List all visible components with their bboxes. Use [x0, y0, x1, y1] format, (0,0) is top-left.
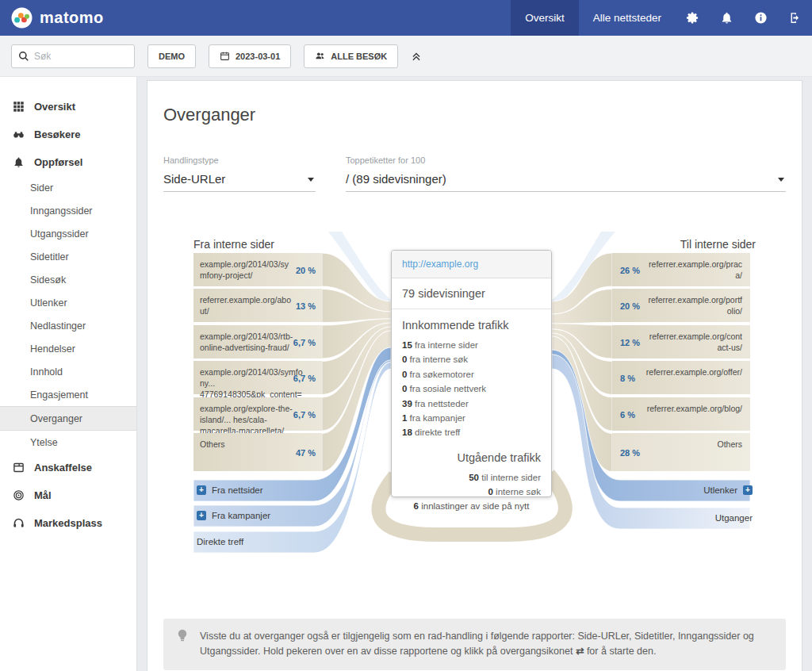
lightbulb-icon — [177, 629, 188, 648]
sidebar-item-sidesok[interactable]: Sidesøk — [0, 268, 136, 291]
transition-target-row[interactable]: referrer.example.org/praca/26 % — [612, 253, 750, 286]
nav-item-alle-nettsteder[interactable]: Alle nettsteder — [579, 0, 676, 36]
sidebar-item-nedlastinger[interactable]: Nedlastinger — [0, 314, 136, 337]
band-fra-nettsider[interactable]: + Fra nettsider — [197, 485, 263, 495]
transitions-icon: ⇄ — [576, 646, 584, 657]
info-icon[interactable] — [744, 0, 778, 36]
transition-target-row[interactable]: referrer.example.org/contact-us/12 % — [612, 325, 750, 359]
target-pct: 8 % — [620, 373, 635, 385]
sidebar-item-inngangssider[interactable]: Inngangssider — [0, 199, 136, 222]
sidebar-item-ytelse[interactable]: Ytelse — [0, 431, 136, 454]
transition-source-row-others[interactable]: Others47 % — [193, 433, 322, 471]
sidebar-label: Oppførsel — [34, 156, 82, 168]
site-selector-label: DEMO — [159, 52, 185, 61]
sidebar-label: Utlenker — [30, 297, 67, 309]
transition-target-row[interactable]: referrer.example.org/offer/8 % — [612, 361, 750, 394]
sidebar-label: Besøkere — [34, 128, 81, 140]
signout-icon[interactable] — [778, 0, 812, 36]
sidebar-item-sidetitler[interactable]: Sidetitler — [0, 245, 136, 268]
matomo-logo[interactable]: matomo — [0, 0, 104, 36]
source-label: Others — [200, 439, 225, 449]
action-type-select[interactable]: Handlingstype Side-URLer — [163, 155, 316, 192]
pageviews-count: 79 sidevisninger — [392, 278, 551, 309]
band-direkte-treff: Direkte treff — [197, 537, 243, 546]
outgoing-row: 0 interne søk — [402, 485, 541, 497]
sidebar-item-oppforsel[interactable]: Oppførsel — [0, 148, 136, 176]
sidebar-item-hendelser[interactable]: Hendelser — [0, 337, 136, 360]
band-fra-kampanjer[interactable]: + Fra kampanjer — [197, 511, 270, 520]
target-label: referrer.example.org/praca/ — [649, 259, 742, 280]
source-label: example.org/2014/03/symfony-project/ — [200, 259, 293, 281]
content-card: Overganger Handlingstype Side-URLer Topp… — [147, 80, 802, 671]
band-label-text: Fra kampanjer — [212, 511, 270, 520]
binoculars-icon — [13, 128, 25, 140]
incoming-row: 0 fra interne søk — [402, 352, 541, 366]
sidebar-item-utgangssider[interactable]: Utgangssider — [0, 222, 136, 245]
incoming-row: 15 fra interne sider — [402, 338, 541, 352]
target-pct: 6 % — [620, 409, 635, 421]
outgoing-traffic-title: Utgående trafikk — [402, 451, 541, 464]
source-label: example.org/explore-the-island/... hes/c… — [200, 403, 303, 437]
transition-target-row[interactable]: referrer.example.org/blog/6 % — [612, 397, 750, 431]
tip-text: Visste du at overganger også er tilgjeng… — [200, 631, 754, 657]
sidebar-item-sider[interactable]: Sider — [0, 176, 136, 199]
bell-icon[interactable] — [710, 0, 744, 36]
sidebar-item-overganger[interactable]: Overganger — [0, 406, 136, 431]
matomo-logo-icon — [11, 7, 33, 29]
sidebar-item-utlenker[interactable]: Utlenker — [0, 291, 136, 314]
top-label-value[interactable]: / (89 sidevisninger) — [346, 165, 786, 192]
sidebar-label: Hendelser — [30, 343, 75, 355]
tip-box: Visste du at overganger også er tilgjeng… — [163, 619, 786, 670]
band-utlenker[interactable]: Utlenker + — [703, 485, 753, 495]
collapse-chevrons-icon[interactable] — [411, 51, 422, 62]
transition-source-row[interactable]: example.org/2014/03/rtb-online-advertisi… — [193, 325, 322, 359]
transition-source-row[interactable]: example.org/2014/03/symfony... 477691483… — [193, 361, 322, 394]
target-label: referrer.example.org/blog/ — [647, 404, 742, 413]
sidebar-item-anskaffelse[interactable]: Anskaffelse — [0, 454, 136, 481]
sidebar-item-mal[interactable]: Mål — [0, 481, 136, 509]
page-url-link[interactable]: http://example.org — [402, 259, 478, 270]
tip-text: for å starte den. — [587, 646, 657, 657]
transition-target-row[interactable]: referrer.example.org/portfolio/20 % — [612, 289, 750, 322]
transition-source-row[interactable]: referrer.example.org/about/13 % — [193, 289, 322, 322]
band-label-text: Fra nettsider — [212, 485, 263, 495]
sidebar-label: Engasjement — [30, 389, 88, 401]
reload-note: 6 innlastinger av side på nytt — [391, 501, 552, 511]
target-label: referrer.example.org/contact-us/ — [649, 332, 742, 352]
page-title: Overganger — [163, 105, 786, 125]
sidebar-item-innhold[interactable]: Innhold — [0, 360, 136, 383]
sidebar-label: Utgangssider — [30, 228, 89, 240]
transition-target-row-others[interactable]: Others28 % — [612, 433, 750, 471]
sidebar-item-oversikt[interactable]: Oversikt — [0, 93, 136, 121]
date-selector-button[interactable]: 2023-03-01 — [209, 44, 291, 68]
segment-selector-button[interactable]: ALLE BESØK — [304, 44, 398, 68]
search-box[interactable] — [11, 44, 135, 68]
site-selector-button[interactable]: DEMO — [147, 44, 196, 68]
top-label-select[interactable]: Toppetiketter for 100 / (89 sidevisninge… — [346, 155, 786, 192]
sidebar-item-besokere[interactable]: Besøkere — [0, 121, 136, 148]
sidebar-item-engasjement[interactable]: Engasjement — [0, 383, 136, 406]
expand-plus-icon[interactable]: + — [743, 485, 753, 495]
segment-label: ALLE BESØK — [331, 52, 387, 61]
top-navbar: matomo Oversikt Alle nettsteder — [0, 0, 812, 36]
source-pct: 20 % — [296, 265, 316, 277]
outgoing-traffic-list: 50 til interne sider 0 interne søk 0 ned… — [402, 470, 541, 497]
left-column-header: Fra interne sider — [193, 238, 274, 251]
action-type-value[interactable]: Side-URLer — [163, 165, 316, 192]
outgoing-row: 50 til interne sider — [402, 470, 541, 485]
source-pct: 6,7 % — [293, 337, 316, 349]
source-label: referrer.example.org/about/ — [200, 294, 293, 316]
search-input[interactable] — [34, 51, 121, 62]
nav-item-oversikt[interactable]: Oversikt — [511, 0, 579, 36]
expand-plus-icon[interactable]: + — [197, 511, 206, 520]
sidebar-item-markedsplass[interactable]: Markedsplass — [0, 509, 136, 537]
sidebar-label: Sider — [30, 182, 53, 194]
expand-plus-icon[interactable]: + — [197, 485, 206, 495]
gear-icon[interactable] — [676, 0, 710, 36]
target-icon — [13, 489, 25, 501]
sidebar-label: Sidetitler — [30, 251, 69, 263]
incoming-row: 39 fra nettsteder — [402, 397, 541, 411]
transition-source-row[interactable]: example.org/2014/03/symfony-project/20 % — [193, 253, 322, 286]
transition-source-row[interactable]: example.org/explore-the-island/... hes/c… — [193, 397, 322, 431]
center-panel-header: http://example.org — [392, 251, 551, 278]
